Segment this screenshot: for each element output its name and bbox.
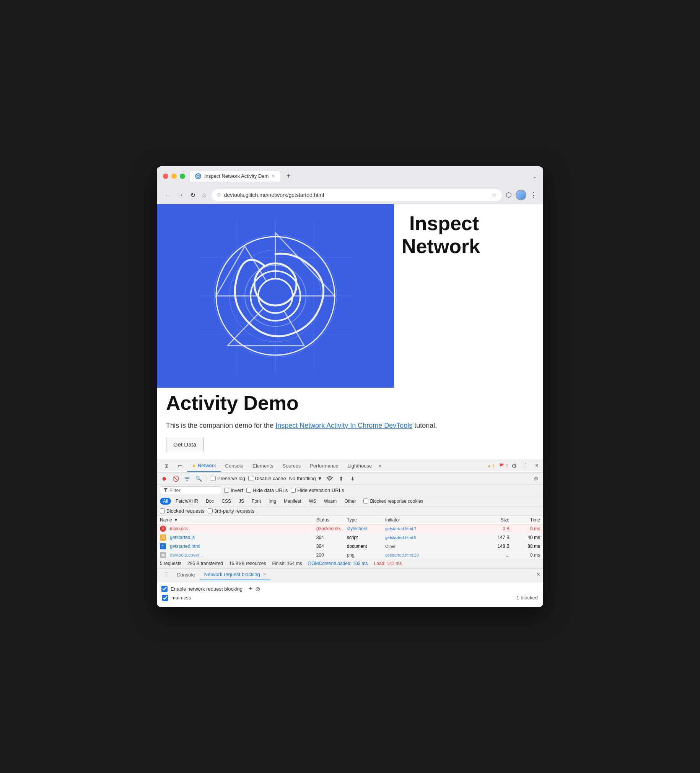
devtools-tab-network[interactable]: ▲ Network: [187, 459, 221, 472]
type-filter-manifest[interactable]: Manifest: [281, 498, 304, 505]
blocked-requests-input[interactable]: [160, 508, 165, 513]
type-filter-img[interactable]: Img: [265, 498, 279, 505]
type-filter-font[interactable]: Font: [249, 498, 264, 505]
list-item[interactable]: main.css 1 blocked: [161, 592, 539, 603]
type-filter-other[interactable]: Other: [341, 498, 359, 505]
devtools-tab-console[interactable]: Console: [221, 460, 248, 472]
third-party-requests-checkbox[interactable]: 3rd-party requests: [208, 508, 255, 514]
table-row[interactable]: H getstarted.html 304 document Other 148…: [157, 542, 543, 551]
clear-blocking-rules-button[interactable]: ⊘: [255, 585, 260, 592]
column-header-size[interactable]: Size: [479, 517, 509, 523]
devtools-tab-sources[interactable]: Sources: [278, 460, 305, 472]
table-row[interactable]: JS getstarted.js 304 script getstarted.h…: [157, 533, 543, 542]
invert-input[interactable]: [224, 488, 229, 493]
devtools-tab-lighthouse[interactable]: Lighthouse: [343, 460, 377, 472]
close-window-button[interactable]: [163, 174, 168, 179]
address-input-container[interactable]: ⚙︎ devtools.glitch.me/network/getstarted…: [211, 189, 502, 201]
picker-icon: ⊞: [165, 463, 169, 469]
get-data-button[interactable]: Get Data: [166, 438, 204, 451]
bottom-tab-console[interactable]: Console: [172, 570, 200, 580]
type-filter-fetch-xhr[interactable]: Fetch/XHR: [173, 498, 201, 505]
row-status: 304: [316, 535, 347, 540]
preserve-log-checkbox[interactable]: Preserve log: [211, 475, 245, 481]
reload-button[interactable]: ↻: [189, 190, 197, 200]
devtools-tab-picker[interactable]: ⊞: [160, 460, 173, 472]
bottom-tab-network-blocking[interactable]: Network request blocking ×: [200, 569, 271, 580]
column-header-time[interactable]: Time: [509, 517, 540, 523]
third-party-requests-input[interactable]: [208, 508, 212, 513]
devtools-close-icon[interactable]: ×: [534, 461, 540, 470]
hide-extension-urls-checkbox[interactable]: Hide extension URLs: [291, 487, 344, 493]
devtools-settings-icon[interactable]: ⚙: [510, 461, 518, 471]
type-filter-js[interactable]: JS: [236, 498, 247, 505]
row-initiator: getstarted.html:9: [385, 535, 479, 540]
devtools-more-tabs-button[interactable]: »: [376, 460, 384, 472]
back-button[interactable]: ←: [163, 190, 172, 200]
user-avatar[interactable]: [516, 190, 526, 200]
tab-title: Inspect Network Activity Dem: [204, 173, 268, 179]
maximize-window-button[interactable]: [180, 174, 185, 179]
row-time: 0 ms: [509, 526, 540, 531]
bookmark-star-icon[interactable]: ☆: [491, 192, 496, 199]
column-header-name[interactable]: Name ▼: [160, 517, 316, 523]
address-bar: ← → ↻ ⌂ ⚙︎ devtools.glitch.me/network/ge…: [157, 186, 543, 204]
network-tab-label: Network: [198, 462, 216, 468]
type-filter-all[interactable]: All: [160, 498, 171, 505]
blocked-response-cookies-input[interactable]: [363, 498, 368, 503]
network-blocking-tab-close[interactable]: ×: [263, 571, 266, 577]
search-toggle-button[interactable]: 🔍: [194, 474, 203, 483]
active-tab[interactable]: Inspect Network Activity Dem ×: [190, 171, 280, 182]
hide-data-urls-checkbox[interactable]: Hide data URLs: [246, 487, 288, 493]
type-filter-wasm[interactable]: Wasm: [321, 498, 340, 505]
url-display: devtools.glitch.me/network/getstarted.ht…: [224, 192, 488, 198]
hide-extension-urls-input[interactable]: [291, 488, 296, 493]
online-icon[interactable]: [326, 474, 334, 483]
filter-toggle-button[interactable]: [183, 474, 191, 483]
devtools-tab-device[interactable]: ▭: [173, 460, 187, 472]
new-tab-button[interactable]: +: [283, 171, 294, 181]
disable-cache-input[interactable]: [248, 476, 253, 481]
devtools-tab-performance[interactable]: Performance: [305, 460, 343, 472]
type-filter-css[interactable]: CSS: [218, 498, 234, 505]
devtools-tab-elements[interactable]: Elements: [248, 460, 278, 472]
chrome-menu-icon[interactable]: ⋮: [530, 191, 537, 199]
network-settings-icon[interactable]: ⚙: [532, 474, 540, 483]
type-filter-ws[interactable]: WS: [306, 498, 319, 505]
filter-text-input[interactable]: [170, 487, 215, 493]
preserve-log-input[interactable]: [211, 476, 216, 481]
blocked-requests-checkbox[interactable]: Blocked requests: [160, 508, 205, 514]
tab-favicon: [195, 173, 201, 179]
title-bar: Inspect Network Activity Dem × + ⌄: [157, 166, 543, 186]
forward-button[interactable]: →: [176, 190, 185, 200]
invert-checkbox[interactable]: Invert: [224, 487, 243, 493]
blocked-response-cookies-checkbox[interactable]: Blocked response cookies: [363, 498, 423, 504]
filter-input-container[interactable]: [160, 486, 221, 494]
column-header-initiator[interactable]: Initiator: [385, 517, 479, 523]
upload-icon[interactable]: ⬆: [337, 474, 346, 483]
add-blocking-rule-button[interactable]: +: [249, 585, 252, 592]
table-row[interactable]: ✕ main.css (blocked:de... stylesheet get…: [157, 525, 543, 533]
extensions-icon[interactable]: ⬡: [506, 191, 512, 199]
column-header-type[interactable]: Type: [347, 517, 385, 523]
bottom-panel-more-button[interactable]: ⋮: [160, 570, 172, 580]
type-filter-doc[interactable]: Doc: [203, 498, 217, 505]
hide-data-urls-input[interactable]: [246, 488, 251, 493]
minimize-window-button[interactable]: [171, 174, 177, 179]
blocking-item-checkbox[interactable]: [162, 595, 168, 601]
page-hero-row: Inspect Network: [157, 204, 543, 388]
disable-cache-checkbox[interactable]: Disable cache: [248, 475, 286, 481]
tab-close-button[interactable]: ×: [272, 173, 275, 179]
home-button[interactable]: ⌂: [201, 190, 208, 200]
enable-blocking-checkbox[interactable]: [161, 586, 168, 592]
record-stop-button[interactable]: ⏺: [160, 474, 168, 483]
tutorial-link[interactable]: Inspect Network Activity In Chrome DevTo…: [275, 422, 412, 429]
bottom-panel-close-button[interactable]: ×: [537, 571, 540, 578]
clear-log-button[interactable]: 🚫: [171, 474, 180, 483]
download-icon[interactable]: ⬇: [349, 474, 357, 483]
devtools-more-icon[interactable]: ⋮: [521, 461, 530, 471]
column-header-status[interactable]: Status: [316, 517, 347, 523]
table-row[interactable]: ▣ devtools.cover... 200 png getstarted.h…: [157, 551, 543, 559]
throttle-select-container[interactable]: No throttling ▼: [289, 475, 323, 481]
tab-expand-button[interactable]: ⌄: [532, 173, 537, 179]
network-blocking-tab-label: Network request blocking: [204, 572, 260, 577]
